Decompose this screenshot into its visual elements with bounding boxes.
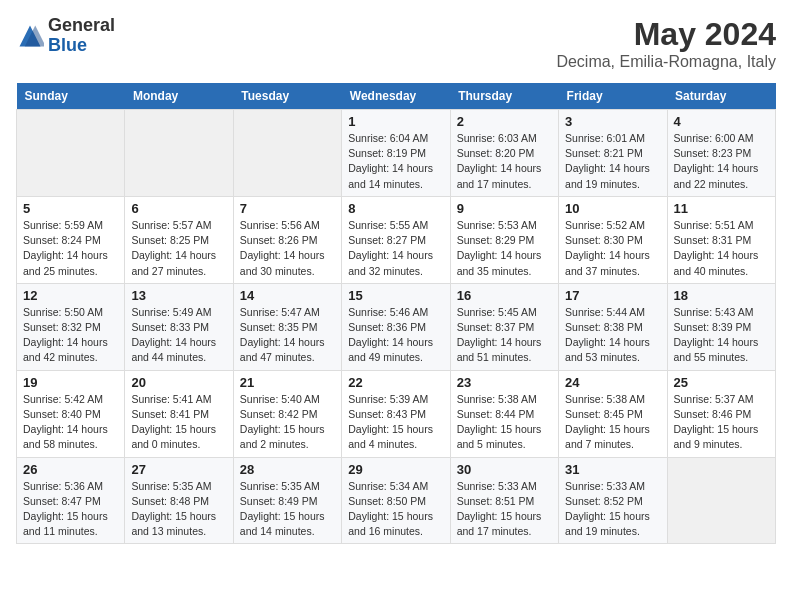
logo-icon <box>16 22 44 50</box>
col-header-saturday: Saturday <box>667 83 775 110</box>
day-info: Sunrise: 5:55 AM Sunset: 8:27 PM Dayligh… <box>348 218 443 279</box>
logo: General Blue <box>16 16 115 56</box>
col-header-tuesday: Tuesday <box>233 83 341 110</box>
week-row-0: 1Sunrise: 6:04 AM Sunset: 8:19 PM Daylig… <box>17 110 776 197</box>
day-info: Sunrise: 5:43 AM Sunset: 8:39 PM Dayligh… <box>674 305 769 366</box>
day-number: 4 <box>674 114 769 129</box>
day-info: Sunrise: 5:38 AM Sunset: 8:44 PM Dayligh… <box>457 392 552 453</box>
calendar-cell: 8Sunrise: 5:55 AM Sunset: 8:27 PM Daylig… <box>342 196 450 283</box>
calendar-cell: 14Sunrise: 5:47 AM Sunset: 8:35 PM Dayli… <box>233 283 341 370</box>
calendar-cell <box>17 110 125 197</box>
logo-text: General Blue <box>48 16 115 56</box>
calendar-cell: 24Sunrise: 5:38 AM Sunset: 8:45 PM Dayli… <box>559 370 667 457</box>
day-number: 2 <box>457 114 552 129</box>
day-number: 14 <box>240 288 335 303</box>
week-row-3: 19Sunrise: 5:42 AM Sunset: 8:40 PM Dayli… <box>17 370 776 457</box>
week-row-1: 5Sunrise: 5:59 AM Sunset: 8:24 PM Daylig… <box>17 196 776 283</box>
calendar-cell: 2Sunrise: 6:03 AM Sunset: 8:20 PM Daylig… <box>450 110 558 197</box>
day-number: 30 <box>457 462 552 477</box>
calendar-cell: 12Sunrise: 5:50 AM Sunset: 8:32 PM Dayli… <box>17 283 125 370</box>
logo-general-text: General <box>48 16 115 36</box>
calendar-cell: 13Sunrise: 5:49 AM Sunset: 8:33 PM Dayli… <box>125 283 233 370</box>
col-header-monday: Monday <box>125 83 233 110</box>
day-number: 24 <box>565 375 660 390</box>
col-header-wednesday: Wednesday <box>342 83 450 110</box>
day-info: Sunrise: 5:35 AM Sunset: 8:48 PM Dayligh… <box>131 479 226 540</box>
day-number: 16 <box>457 288 552 303</box>
week-row-2: 12Sunrise: 5:50 AM Sunset: 8:32 PM Dayli… <box>17 283 776 370</box>
day-info: Sunrise: 5:42 AM Sunset: 8:40 PM Dayligh… <box>23 392 118 453</box>
day-number: 20 <box>131 375 226 390</box>
calendar-cell: 15Sunrise: 5:46 AM Sunset: 8:36 PM Dayli… <box>342 283 450 370</box>
subtitle: Decima, Emilia-Romagna, Italy <box>556 53 776 71</box>
calendar-cell: 26Sunrise: 5:36 AM Sunset: 8:47 PM Dayli… <box>17 457 125 544</box>
day-info: Sunrise: 5:56 AM Sunset: 8:26 PM Dayligh… <box>240 218 335 279</box>
day-info: Sunrise: 5:44 AM Sunset: 8:38 PM Dayligh… <box>565 305 660 366</box>
day-number: 17 <box>565 288 660 303</box>
day-info: Sunrise: 5:39 AM Sunset: 8:43 PM Dayligh… <box>348 392 443 453</box>
day-info: Sunrise: 5:41 AM Sunset: 8:41 PM Dayligh… <box>131 392 226 453</box>
day-number: 7 <box>240 201 335 216</box>
col-header-sunday: Sunday <box>17 83 125 110</box>
calendar-cell: 27Sunrise: 5:35 AM Sunset: 8:48 PM Dayli… <box>125 457 233 544</box>
day-info: Sunrise: 5:45 AM Sunset: 8:37 PM Dayligh… <box>457 305 552 366</box>
day-number: 1 <box>348 114 443 129</box>
day-number: 21 <box>240 375 335 390</box>
day-number: 3 <box>565 114 660 129</box>
title-block: May 2024 Decima, Emilia-Romagna, Italy <box>556 16 776 71</box>
calendar-table: SundayMondayTuesdayWednesdayThursdayFrid… <box>16 83 776 544</box>
day-info: Sunrise: 5:33 AM Sunset: 8:51 PM Dayligh… <box>457 479 552 540</box>
day-number: 26 <box>23 462 118 477</box>
day-number: 11 <box>674 201 769 216</box>
day-number: 8 <box>348 201 443 216</box>
day-info: Sunrise: 5:49 AM Sunset: 8:33 PM Dayligh… <box>131 305 226 366</box>
day-info: Sunrise: 5:59 AM Sunset: 8:24 PM Dayligh… <box>23 218 118 279</box>
calendar-header-row: SundayMondayTuesdayWednesdayThursdayFrid… <box>17 83 776 110</box>
page-header: General Blue May 2024 Decima, Emilia-Rom… <box>16 16 776 71</box>
calendar-cell <box>233 110 341 197</box>
calendar-cell: 19Sunrise: 5:42 AM Sunset: 8:40 PM Dayli… <box>17 370 125 457</box>
calendar-cell: 20Sunrise: 5:41 AM Sunset: 8:41 PM Dayli… <box>125 370 233 457</box>
day-info: Sunrise: 5:53 AM Sunset: 8:29 PM Dayligh… <box>457 218 552 279</box>
day-number: 15 <box>348 288 443 303</box>
calendar-cell: 30Sunrise: 5:33 AM Sunset: 8:51 PM Dayli… <box>450 457 558 544</box>
calendar-cell <box>667 457 775 544</box>
day-number: 25 <box>674 375 769 390</box>
calendar-cell: 17Sunrise: 5:44 AM Sunset: 8:38 PM Dayli… <box>559 283 667 370</box>
day-number: 29 <box>348 462 443 477</box>
day-number: 13 <box>131 288 226 303</box>
day-info: Sunrise: 5:35 AM Sunset: 8:49 PM Dayligh… <box>240 479 335 540</box>
calendar-cell: 4Sunrise: 6:00 AM Sunset: 8:23 PM Daylig… <box>667 110 775 197</box>
calendar-cell: 23Sunrise: 5:38 AM Sunset: 8:44 PM Dayli… <box>450 370 558 457</box>
day-info: Sunrise: 5:47 AM Sunset: 8:35 PM Dayligh… <box>240 305 335 366</box>
day-number: 27 <box>131 462 226 477</box>
calendar-cell: 7Sunrise: 5:56 AM Sunset: 8:26 PM Daylig… <box>233 196 341 283</box>
day-number: 5 <box>23 201 118 216</box>
calendar-cell: 10Sunrise: 5:52 AM Sunset: 8:30 PM Dayli… <box>559 196 667 283</box>
day-number: 19 <box>23 375 118 390</box>
calendar-cell: 16Sunrise: 5:45 AM Sunset: 8:37 PM Dayli… <box>450 283 558 370</box>
calendar-cell: 18Sunrise: 5:43 AM Sunset: 8:39 PM Dayli… <box>667 283 775 370</box>
main-title: May 2024 <box>556 16 776 53</box>
day-info: Sunrise: 5:36 AM Sunset: 8:47 PM Dayligh… <box>23 479 118 540</box>
calendar-cell: 3Sunrise: 6:01 AM Sunset: 8:21 PM Daylig… <box>559 110 667 197</box>
calendar-cell <box>125 110 233 197</box>
day-number: 12 <box>23 288 118 303</box>
day-number: 28 <box>240 462 335 477</box>
day-info: Sunrise: 5:57 AM Sunset: 8:25 PM Dayligh… <box>131 218 226 279</box>
day-number: 22 <box>348 375 443 390</box>
day-number: 31 <box>565 462 660 477</box>
day-number: 10 <box>565 201 660 216</box>
day-info: Sunrise: 6:04 AM Sunset: 8:19 PM Dayligh… <box>348 131 443 192</box>
day-number: 6 <box>131 201 226 216</box>
calendar-cell: 28Sunrise: 5:35 AM Sunset: 8:49 PM Dayli… <box>233 457 341 544</box>
calendar-cell: 6Sunrise: 5:57 AM Sunset: 8:25 PM Daylig… <box>125 196 233 283</box>
day-info: Sunrise: 5:51 AM Sunset: 8:31 PM Dayligh… <box>674 218 769 279</box>
calendar-cell: 31Sunrise: 5:33 AM Sunset: 8:52 PM Dayli… <box>559 457 667 544</box>
day-info: Sunrise: 5:52 AM Sunset: 8:30 PM Dayligh… <box>565 218 660 279</box>
calendar-cell: 9Sunrise: 5:53 AM Sunset: 8:29 PM Daylig… <box>450 196 558 283</box>
day-info: Sunrise: 5:46 AM Sunset: 8:36 PM Dayligh… <box>348 305 443 366</box>
day-info: Sunrise: 5:34 AM Sunset: 8:50 PM Dayligh… <box>348 479 443 540</box>
day-number: 9 <box>457 201 552 216</box>
week-row-4: 26Sunrise: 5:36 AM Sunset: 8:47 PM Dayli… <box>17 457 776 544</box>
